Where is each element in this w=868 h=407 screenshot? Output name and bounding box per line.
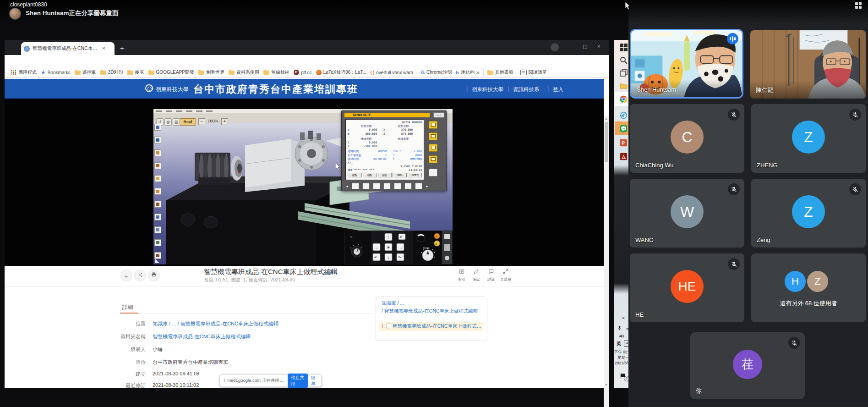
stop-sharing-button[interactable]: 停止共用 xyxy=(288,374,308,388)
folder-name-link[interactable]: 智慧機電專班成品-在CNC車床上做程式編輯 xyxy=(153,333,251,341)
window-close-button[interactable]: × xyxy=(597,44,600,49)
action-fullscreen[interactable]: 全螢幕 xyxy=(498,268,513,282)
tab-close-icon[interactable]: × xyxy=(102,45,105,52)
softkey[interactable] xyxy=(404,183,412,189)
layout-grid-icon[interactable] xyxy=(855,2,862,9)
tool-icon[interactable] xyxy=(154,214,161,220)
tool-icon[interactable] xyxy=(154,239,161,246)
location-breadcrumb-link[interactable]: 知識庫 / ... / 智慧機電專班成品-在CNC車床上做程式編輯 xyxy=(153,320,278,328)
page-icon[interactable]: ▤ xyxy=(173,118,180,126)
participant-tile-zeng[interactable]: Z Zeng xyxy=(751,179,866,248)
reading-list[interactable]: 閱讀清單 xyxy=(520,69,547,76)
zoom-in-button[interactable]: + xyxy=(221,118,228,125)
tool-icon[interactable] xyxy=(154,162,161,169)
globe-icon[interactable]: ◍ xyxy=(164,118,172,126)
scrollbar-thumb[interactable] xyxy=(605,122,608,162)
action-notes[interactable]: 筆記 xyxy=(469,268,484,282)
bookmark-item[interactable]: Pptt.cc xyxy=(294,70,312,75)
profile-indicator-icon[interactable] xyxy=(551,43,559,51)
more-participants-tile[interactable]: H Z 還有另外 68 位使用者 xyxy=(751,253,866,322)
file-explorer-icon[interactable] xyxy=(620,82,628,90)
softkey[interactable] xyxy=(394,183,401,189)
participant-tile-wang[interactable]: W WANG xyxy=(630,179,744,248)
softkey[interactable] xyxy=(373,183,380,189)
scroll-up-icon[interactable]: ▲ xyxy=(605,117,608,120)
tool-icon[interactable] xyxy=(154,188,161,195)
fanuc-pos-key[interactable] xyxy=(429,121,437,129)
window-maximize-button[interactable]: ▢ xyxy=(583,44,587,50)
tray-mic-icon[interactable] xyxy=(617,325,622,331)
tool-icon[interactable] xyxy=(154,226,161,233)
zoom-out-button[interactable]: − xyxy=(198,118,205,125)
participant-tile-shen-huntsam[interactable]: Shen Huntsam xyxy=(630,29,743,99)
line-app-icon[interactable]: LINE xyxy=(620,125,628,132)
fanuc-prog-key[interactable] xyxy=(429,132,437,140)
bookmark-item[interactable]: GChrome說明 xyxy=(421,69,452,76)
softkey-left-arrow[interactable]: ◄ xyxy=(345,185,349,188)
fanuc-reset-key[interactable] xyxy=(429,169,437,176)
bookmark-folder[interactable]: 麥克 xyxy=(127,69,144,76)
share-button[interactable] xyxy=(134,270,146,281)
tool-icon[interactable] xyxy=(154,124,161,131)
tool-icon[interactable] xyxy=(154,137,161,143)
print-button[interactable] xyxy=(148,270,160,281)
playlist-item[interactable]: 1. 智慧機電專班成品-在CNC車床上做程式編輯 xyxy=(379,322,483,331)
fanuc-offset-key[interactable] xyxy=(429,144,437,152)
participant-tile-chiaching[interactable]: C ChiaChing Wu xyxy=(630,104,744,173)
bookmark-item[interactable]: LaTeX技巧96：LaT... xyxy=(316,69,366,76)
scroll-down-icon[interactable]: ▼ xyxy=(605,383,608,386)
browser-tab[interactable]: 智慧機電專班成品-在CNC車床上 × xyxy=(21,42,115,55)
breadcrumb[interactable]: 知識庫 / ... xyxy=(382,300,404,307)
bookmark-folder[interactable]: 資科系使用 xyxy=(229,69,259,76)
bookmark-folder[interactable]: 3D列印 xyxy=(100,69,123,76)
participant-tile-zheng[interactable]: Z ZHENG xyxy=(751,104,866,173)
acrobat-icon[interactable] xyxy=(620,153,628,160)
bookmark-item[interactable]: ★Bookmarks xyxy=(41,69,71,76)
softkey[interactable] xyxy=(362,183,370,189)
softkey[interactable] xyxy=(383,183,391,189)
details-tab[interactable]: 詳細 xyxy=(122,303,133,311)
tool-icon[interactable] xyxy=(154,252,161,259)
fanuc-system-key[interactable] xyxy=(429,155,437,163)
bookmark-folder[interactable]: 創客世界 xyxy=(198,69,224,76)
task-view-icon[interactable] xyxy=(620,69,628,77)
chrome-icon[interactable] xyxy=(620,95,628,103)
tool-icon[interactable] xyxy=(154,175,161,182)
tool-icon[interactable] xyxy=(154,149,161,156)
back-button[interactable]: ← xyxy=(120,270,132,281)
tray-ime-language[interactable]: 英 xyxy=(617,341,621,347)
banner-link-login[interactable]: 登入 xyxy=(553,86,563,93)
search-icon[interactable] xyxy=(620,56,628,64)
bookmark-folder[interactable]: 遙控車 xyxy=(75,69,96,76)
real-view-button[interactable]: Real xyxy=(180,118,196,126)
powerpoint-icon[interactable]: P xyxy=(620,139,628,147)
bookmark-item[interactable]: b連結的網站 xyxy=(456,69,475,76)
new-tab-button[interactable]: + xyxy=(120,44,124,52)
folder-icon xyxy=(263,71,269,75)
fanuc-window-controls[interactable]: – ▫ xyxy=(433,112,444,118)
other-bookmarks[interactable]: 其他書籤 xyxy=(487,69,513,76)
bookmark-folder[interactable]: 無線技術 xyxy=(263,69,289,76)
start-button-icon[interactable] xyxy=(620,44,628,51)
banner-link-department[interactable]: 資訊科技系 xyxy=(513,86,540,93)
hide-link[interactable]: 隱藏 xyxy=(311,375,318,387)
banner-link-university[interactable]: 嶺東科技大學 xyxy=(472,86,503,93)
participant-tile-he[interactable]: HE HE xyxy=(630,253,744,322)
bookmark-item[interactable]: ( )overfull vbox warn... xyxy=(371,70,417,75)
bookmark-folder[interactable]: GOOGLEAPP開發 xyxy=(148,69,194,76)
softkey-right-arrow[interactable]: ► xyxy=(426,185,429,188)
bookmark-apps[interactable]: 應用程式 xyxy=(11,69,37,76)
action-discussion[interactable]: 討論 xyxy=(483,268,499,282)
bookmarks-overflow-chevron[interactable]: » xyxy=(476,69,480,76)
softkey[interactable] xyxy=(415,183,422,189)
tray-speaker-icon[interactable] xyxy=(618,333,625,339)
tool-icon[interactable] xyxy=(154,201,161,208)
internet-explorer-icon[interactable]: e xyxy=(620,111,628,119)
softkey[interactable] xyxy=(352,183,359,189)
participant-tile-chen[interactable]: 陳仁龍 xyxy=(750,30,866,99)
breadcrumb-title-link[interactable]: / 智慧機電專班成品-在CNC車床上做程式編輯 xyxy=(382,308,482,314)
self-view-tile[interactable]: 荏 你 xyxy=(690,332,805,399)
action-index[interactable]: 索引 xyxy=(454,268,469,282)
video-player[interactable]: ↺ ◍ ▤ Real − 100% + xyxy=(5,99,604,266)
window-minimize-button[interactable]: – xyxy=(568,44,571,49)
